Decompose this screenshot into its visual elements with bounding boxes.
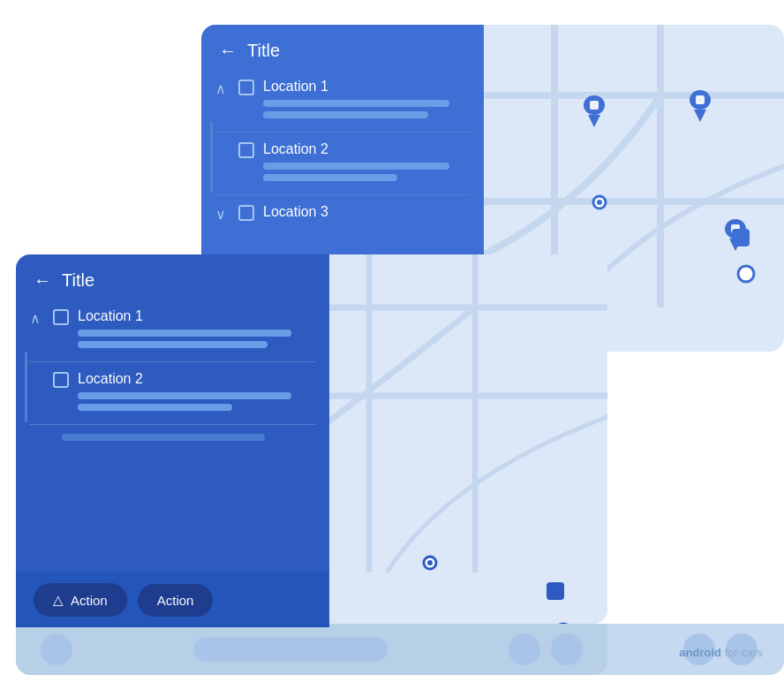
map-marker-square-front	[546, 581, 565, 604]
item-bar-front-2-1	[78, 392, 291, 399]
checkbox-front-1[interactable]	[53, 309, 69, 325]
item-bar-front-1-2	[78, 341, 268, 348]
back-arrow-back[interactable]: ←	[219, 41, 237, 61]
navigation-icon: △	[53, 592, 64, 608]
checkbox-front-2[interactable]	[53, 372, 69, 388]
item-content-front-2: Location 2	[78, 371, 315, 415]
chevron-up-front-1: ∧	[30, 310, 44, 327]
brand-text: android for cars	[679, 646, 763, 659]
svg-point-16	[738, 266, 754, 282]
map-circle-outline-1	[735, 263, 757, 288]
svg-point-11	[597, 200, 602, 205]
action-button-1[interactable]: △ Action	[34, 583, 127, 617]
bottom-bar-front	[16, 624, 607, 675]
item-bar-back-2-1	[263, 163, 449, 170]
item-title-back-2: Location 2	[263, 141, 470, 157]
svg-rect-15	[732, 229, 750, 246]
list-item-front-partial	[16, 427, 329, 441]
divider-back-1	[215, 132, 470, 133]
panel-front-header: ← Title	[16, 254, 329, 301]
action-button-1-label: Action	[71, 593, 108, 608]
map-marker-pin-2	[687, 90, 713, 125]
item-content-back-1: Location 1	[263, 79, 470, 123]
back-arrow-front[interactable]: ←	[34, 270, 51, 291]
map-front	[316, 254, 607, 624]
action-button-2[interactable]: Action	[138, 584, 214, 617]
map-marker-square-1	[731, 228, 750, 251]
list-item-back-1[interactable]: ∧ Location 1	[201, 72, 484, 133]
map-dot-1	[592, 194, 607, 214]
chevron-back-3: ∨	[215, 206, 230, 223]
bottom-circle-front-right-2	[551, 633, 583, 665]
item-bar-partial	[62, 434, 265, 441]
scroll-indicator-front	[25, 352, 27, 422]
checkbox-back-3[interactable]	[238, 205, 254, 221]
svg-rect-6	[590, 101, 599, 110]
list-item-front-1[interactable]: ∧ Location 1	[16, 301, 329, 362]
brand-suffix: for cars	[721, 646, 763, 659]
bottom-circles-front-right	[509, 633, 583, 665]
scroll-indicator-back	[210, 122, 213, 193]
item-bar-front-1-1	[78, 330, 291, 337]
panel-front-list: ∧ Location 1 ∧ Location 2	[16, 301, 329, 573]
item-bar-front-2-2	[78, 404, 232, 411]
svg-marker-8	[694, 110, 706, 122]
checkbox-back-1[interactable]	[238, 80, 254, 95]
divider-front-1	[30, 361, 315, 362]
divider-front-2	[30, 424, 315, 425]
item-bar-back-1-2	[263, 111, 428, 118]
panel-front-title: Title	[62, 270, 94, 291]
bottom-circle-front-left	[41, 633, 72, 665]
item-content-front-1: Location 1	[78, 308, 315, 353]
panel-back-header: ← Title	[201, 25, 484, 72]
list-item-back-3[interactable]: ∨ Location 3	[201, 197, 484, 232]
svg-point-23	[427, 560, 433, 565]
action-button-2-label: Action	[157, 593, 194, 608]
action-bar-front: △ Action Action	[16, 573, 329, 627]
item-content-back-3: Location 3	[263, 204, 470, 225]
item-title-front-1: Location 1	[78, 308, 315, 324]
divider-back-2	[215, 194, 470, 195]
chevron-up-back-1: ∧	[215, 80, 230, 97]
bottom-pill-front[interactable]	[193, 637, 388, 662]
map-marker-pin-1	[581, 95, 607, 131]
svg-rect-9	[696, 95, 705, 104]
bottom-circle-front-right-1	[509, 633, 540, 665]
list-item-back-2[interactable]: ∧ Location 2	[201, 134, 484, 195]
item-bar-back-2-2	[263, 174, 397, 181]
item-title-back-1: Location 1	[263, 79, 470, 95]
panel-front: ← Title ∧ Location 1 ∧ Location	[16, 254, 329, 573]
item-bar-back-1-1	[263, 100, 449, 107]
panel-back-title: Title	[247, 41, 280, 61]
item-title-back-3: Location 3	[263, 204, 470, 220]
map-dot-front-1	[422, 555, 438, 574]
item-title-front-2: Location 2	[78, 371, 315, 387]
svg-marker-5	[588, 115, 600, 127]
item-content-back-2: Location 2	[263, 141, 470, 186]
svg-rect-24	[547, 582, 564, 600]
list-item-front-2[interactable]: ∧ Location 2	[16, 364, 329, 425]
checkbox-back-2[interactable]	[238, 142, 254, 158]
brand-android: android	[679, 646, 721, 659]
